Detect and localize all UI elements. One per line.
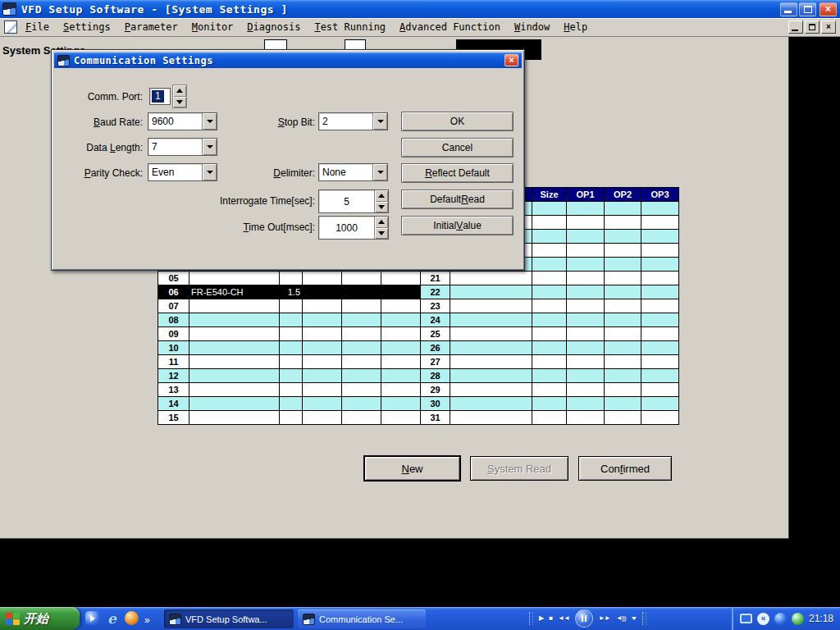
previous-track-icon[interactable]: ◄◄ (558, 615, 569, 622)
table-cell (189, 313, 280, 327)
drag-handle[interactable] (529, 612, 533, 625)
table-row[interactable]: 0925 (158, 327, 679, 341)
initial-value-button[interactable]: Initial Value (401, 216, 514, 235)
menu-bar: FileSettingsParameterMonitorDiagnosisTes… (0, 18, 840, 37)
table-cell (532, 369, 567, 383)
spin-down-button[interactable] (173, 97, 186, 108)
mdi-restore-button[interactable] (805, 21, 819, 34)
table-cell (381, 341, 421, 355)
table-row[interactable]: 06FR-E540-CH1.522 (158, 285, 679, 299)
spin-down-button[interactable] (375, 228, 388, 240)
main-titlebar[interactable]: VFD Setup Software - [System Settings ] … (0, 0, 840, 18)
baud-rate-select[interactable]: 9600 (148, 112, 217, 130)
display-settings-icon[interactable] (740, 614, 752, 623)
menu-item-test-running[interactable]: Test Running (314, 21, 386, 33)
table-cell (189, 411, 280, 425)
chevron-more-icon[interactable]: » (144, 615, 150, 625)
table-cell (641, 313, 679, 327)
ie-e-icon: e (107, 610, 116, 627)
hide-icons-button[interactable]: « (757, 613, 769, 625)
taskbar-item-communication-settings[interactable]: Communication Se... (298, 609, 426, 628)
table-cell (280, 313, 303, 327)
menu-item-file[interactable]: File (25, 21, 49, 33)
table-row[interactable]: 1127 (158, 355, 679, 369)
cancel-button[interactable]: Cancel (401, 138, 514, 158)
taskbar-item-vfd-setup[interactable]: VFD Setup Softwa... (164, 609, 294, 628)
system-read-button[interactable]: System Read (470, 456, 568, 481)
delimiter-select[interactable]: None (318, 163, 388, 181)
mdi-close-button[interactable]: × (821, 21, 836, 34)
mdi-minimize-button[interactable] (788, 21, 803, 34)
table-row[interactable]: 0824 (158, 313, 679, 327)
spin-up-button[interactable] (375, 217, 388, 228)
table-cell (381, 369, 421, 383)
table-cell (381, 299, 421, 313)
tray-app-icon[interactable] (792, 613, 804, 625)
interrogate-time-input[interactable]: 5 (318, 189, 389, 213)
menu-item-settings[interactable]: Settings (63, 21, 111, 33)
restore-button[interactable] (799, 2, 816, 16)
table-cell (567, 341, 605, 355)
new-button[interactable]: New (364, 456, 460, 481)
table-cell (641, 327, 679, 341)
menu-item-advanced-function[interactable]: Advanced Function (399, 21, 500, 33)
data-length-select[interactable]: 7 (148, 138, 217, 156)
internet-explorer-icon[interactable]: e (105, 611, 119, 625)
close-button[interactable]: × (819, 2, 837, 16)
play-icon[interactable]: ▶ (539, 615, 543, 622)
menu-item-monitor[interactable]: Monitor (192, 21, 234, 33)
menu-item-window[interactable]: Window (514, 21, 550, 33)
menu-item-diagnosis[interactable]: Diagnosis (247, 21, 300, 33)
stop-bit-select[interactable]: 2 (318, 112, 388, 130)
table-cell (605, 341, 641, 355)
time-out-input[interactable]: 1000 (318, 216, 389, 240)
volume-icon[interactable]: ◄))) (616, 615, 626, 622)
drag-handle[interactable] (642, 612, 646, 625)
menu-item-help[interactable]: Help (564, 21, 587, 33)
child-system-menu-icon[interactable] (4, 21, 17, 34)
dialog-close-button[interactable]: × (504, 54, 518, 66)
media-player-icon[interactable] (85, 611, 99, 625)
spin-up-button[interactable] (173, 85, 186, 97)
dropdown-button[interactable] (372, 113, 387, 130)
parity-check-select[interactable]: Even (148, 163, 217, 181)
dropdown-button[interactable] (202, 139, 217, 155)
table-row[interactable]: 1228 (158, 369, 679, 383)
spin-down-button[interactable] (375, 202, 388, 213)
table-cell (605, 313, 641, 327)
start-button[interactable]: 开始 (0, 607, 80, 630)
default-read-button[interactable]: Default Read (401, 189, 514, 209)
next-track-icon[interactable]: ►► (599, 615, 610, 622)
time-out-value: 1000 (319, 217, 374, 239)
minimize-button[interactable] (780, 2, 797, 16)
table-row[interactable]: 0521 (158, 272, 679, 285)
menu-item-parameter[interactable]: Parameter (125, 21, 178, 33)
pause-button[interactable] (575, 609, 593, 628)
dialog-titlebar[interactable]: Communication Settings × (54, 52, 522, 68)
dropdown-button[interactable] (372, 164, 387, 180)
spin-up-button[interactable] (375, 190, 388, 202)
stop-icon[interactable]: ■ (549, 615, 552, 622)
table-cell (641, 411, 679, 425)
browser-globe-icon[interactable] (125, 611, 139, 625)
table-cell (641, 272, 679, 285)
comm-port-input[interactable]: 1 (149, 88, 171, 105)
dropdown-button[interactable] (202, 113, 217, 130)
table-row[interactable]: 1329 (158, 383, 679, 397)
table-cell (303, 327, 342, 341)
table-row[interactable]: 1531 (158, 411, 679, 425)
dropdown-button[interactable] (202, 164, 217, 180)
confirmed-button[interactable]: Confirmed (578, 456, 672, 481)
table-cell (342, 369, 381, 383)
reflect-default-button[interactable]: Reflect Default (401, 163, 514, 183)
table-cell (450, 369, 532, 383)
table-row[interactable]: 0723 (158, 299, 679, 313)
table-cell (189, 272, 280, 285)
table-row[interactable]: 1026 (158, 341, 679, 355)
tray-network-icon[interactable] (774, 613, 787, 625)
table-cell (450, 341, 532, 355)
table-cell: 24 (421, 313, 450, 327)
table-row[interactable]: 1430 (158, 397, 679, 411)
ok-button[interactable]: OK (401, 112, 514, 131)
media-dropdown-icon[interactable] (632, 617, 637, 620)
